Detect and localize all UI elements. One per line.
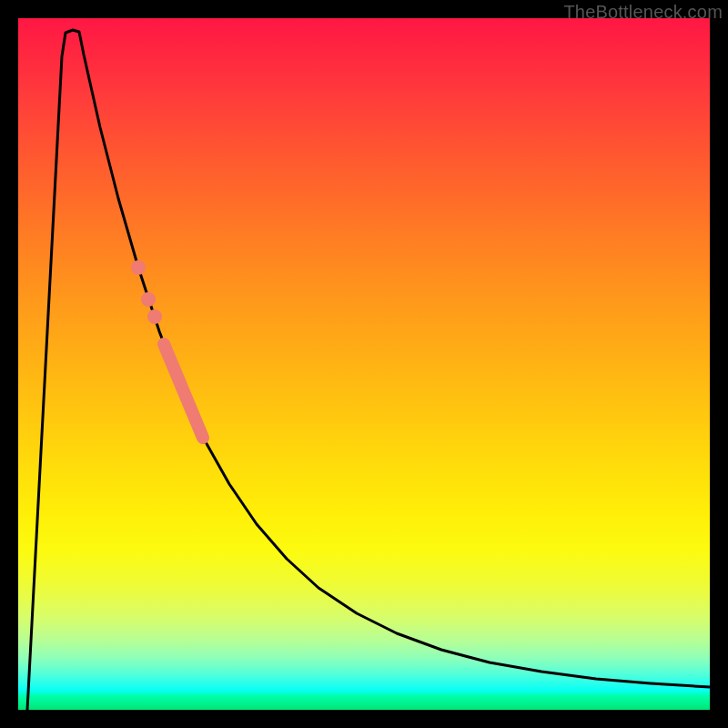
bottleneck-curve [27, 30, 710, 710]
highlight-dot-1 [147, 309, 162, 324]
chart-plot-area [18, 18, 710, 710]
highlight-dot-3 [131, 260, 146, 275]
highlight-bar [164, 344, 203, 438]
watermark-text: TheBottleneck.com [563, 2, 723, 23]
chart-svg-layer [18, 18, 710, 710]
highlight-dot-2 [141, 292, 156, 307]
